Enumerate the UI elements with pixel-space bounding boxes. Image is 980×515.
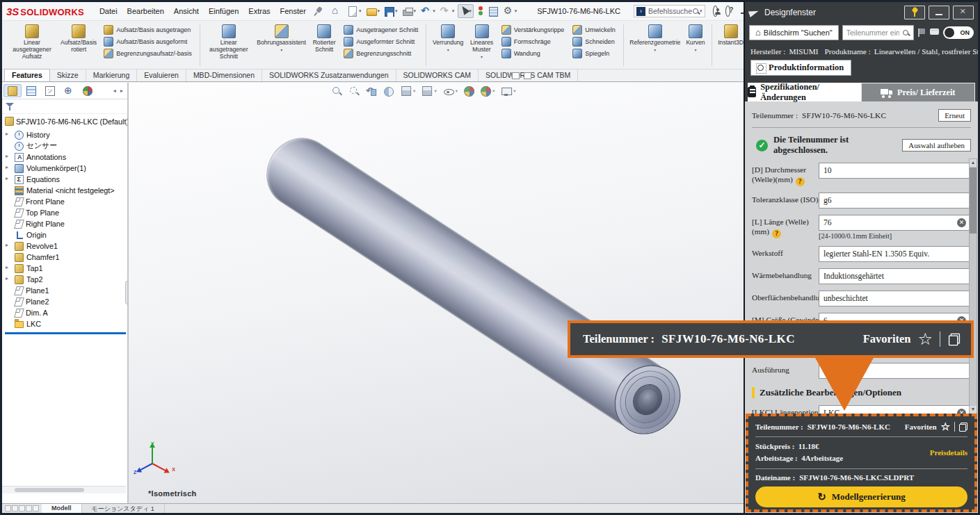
pin-menu-icon[interactable] [313,6,316,16]
menu-bearbeiten[interactable]: Bearbeiten [122,6,169,17]
new-document-button[interactable]: ▾ [346,6,363,17]
print-icon-caret[interactable]: ▾ [414,8,417,14]
ribbon-button-swept-cut[interactable]: Ausgetragener Schnitt [342,25,419,35]
help-icon[interactable]: ? [796,177,805,186]
menu-datei[interactable]: Datei [95,6,122,17]
input-w-rmebehandlung[interactable]: Induktionsgehärtet [819,268,971,284]
tree-root-item[interactable]: SFJW10-76-M6-N6-LKC (Default) <<Defa [5,117,127,126]
menu-extras[interactable]: Extras [243,6,275,17]
hud-zoom-fit[interactable] [331,85,342,97]
ribbon-button-intersect[interactable]: Schneiden [571,37,617,47]
input-oberfl-chenbehandlung[interactable]: unbeschichtet [819,291,971,306]
clear-input-icon[interactable]: ✕ [957,218,966,227]
ribbon-button-boundary-boss[interactable]: Begrenzungsaufsatz/-basis [102,49,193,58]
tree-item-revolve1[interactable]: ▸Revolve1 [5,240,127,252]
menu-ansicht[interactable]: Ansicht [169,6,204,17]
ribbon-button-revolved-cut[interactable]: Rotierter Schnitt [309,23,339,67]
tree-item-tap1[interactable]: ▸Tap1 [5,263,127,274]
save-button[interactable]: ▾ [383,6,399,17]
hud-apply-scene[interactable]: ▾ [481,86,495,97]
tree-item-lkc[interactable]: LKC [5,318,127,329]
curves-icon-caret[interactable]: ▾ [695,47,697,52]
price-details-link[interactable]: Preisdetails [930,448,967,457]
new-document-icon-caret[interactable]: ▾ [359,8,362,14]
performance-button[interactable] [476,5,485,17]
hide-show-icon-caret[interactable]: ▾ [456,88,458,94]
home-button[interactable] [330,5,344,17]
filter-funnel-icon[interactable] [5,101,15,111]
bookmark-flag-icon[interactable] [917,28,926,38]
clear-selection-button[interactable]: Auswahl aufheben [902,139,971,152]
panel-on-toggle[interactable]: ON [943,26,974,39]
hud-previous-view[interactable] [366,85,377,97]
ribbon-pin-icon[interactable] [524,72,531,79]
ribbon-button-hole-wizard[interactable]: Bohrungsassistent▾ [254,23,309,67]
pin-panel-button[interactable] [904,6,925,19]
input-toleranzklasse-iso-[interactable]: g6 [819,193,971,209]
scroll-down-icon[interactable]: ▼ [970,406,977,414]
tab-solidworks-zusatzanwendungen[interactable]: SOLIDWORKS Zusatzanwendungen [262,70,396,81]
tab-mbd-dimensionen[interactable]: MBD-Dimensionen [186,70,262,81]
tree-horizontal-scrollbar[interactable] [2,486,126,493]
minimize-panel-button[interactable] [929,6,949,19]
save-icon-caret[interactable]: ▾ [395,8,398,14]
Revolve1-expand-icon[interactable]: ▸ [6,242,8,248]
tab-features[interactable]: Features [4,69,50,81]
tree-item-front-plane[interactable]: Front Plane [5,196,127,207]
select-cursor-button[interactable]: ▾ [458,4,474,18]
options-gear-icon-caret[interactable]: ▾ [515,8,517,14]
reenter-button[interactable]: Erneut [938,109,971,122]
hud-edit-appearance[interactable] [464,86,474,97]
hud-view-settings[interactable]: ▾ [501,85,515,97]
ribbon-button-fillet[interactable]: Verrundung▾ [430,23,466,67]
ribbon-button-wrap[interactable]: Umwickeln [571,25,617,35]
tab-evaluieren[interactable]: Evaluieren [137,70,186,81]
close-panel-button[interactable] [953,6,974,19]
graphics-viewport[interactable]: ▾▾▾▾▾ [129,83,748,503]
tree-item-annotations[interactable]: ▸Annotations [5,152,127,163]
tab-solidworks-cam[interactable]: SOLIDWORKS CAM [396,70,479,81]
menu-fenster[interactable]: Fenster [275,6,311,17]
favorite-star-icon[interactable]: ☆ [917,332,933,346]
Annotations-expand-icon[interactable]: ▸ [6,153,8,159]
hud-view-orientation[interactable]: ▾ [401,85,415,97]
linear-pattern-icon-caret[interactable]: ▾ [481,54,483,59]
open-button[interactable]: ▾ [365,6,382,17]
apply-scene-icon-caret[interactable]: ▾ [492,88,495,94]
ribbon-button-extruded-cut[interactable]: Linear ausgetragener Schnitt [203,23,254,67]
ribbon-button-swept-boss[interactable]: Aufsatz/Basis ausgetragen [102,25,193,35]
tree-item-history[interactable]: ▸History [5,129,127,140]
screen-search-button[interactable]: ⌂ Bildschirm "Suchen" [749,25,839,40]
tree-item-origin[interactable]: Origin [5,229,127,240]
command-search-input[interactable]: › Befehlssuche ▾ [634,5,705,17]
hole-wizard-icon-caret[interactable]: ▾ [280,47,282,52]
tree-item-material-nicht-festgelegt-[interactable]: Material <nicht festgelegt> [5,185,127,196]
tree-item-right-plane[interactable]: Right Plane [5,218,127,229]
hud-display-style[interactable]: ▾ [421,85,436,97]
tab-markierung[interactable]: Markierung [86,70,138,81]
panel-tab-configuration[interactable] [41,84,59,97]
panel-tab-property-manager[interactable] [22,84,40,97]
ribbon-button-revolved-boss[interactable]: Aufsatz/Basis rotiert [58,23,99,67]
tree-item-dim-a[interactable]: Dim. A [5,307,127,318]
Volumenkörper(1)-expand-icon[interactable]: ▸ [6,164,8,170]
menu-einfügen[interactable]: Einfügen [204,6,243,17]
panel-tab-dimxpert[interactable] [60,84,78,97]
ribbon-button-reference-geometry[interactable]: Referenzgeometrie▾ [627,23,683,67]
hud-section-view[interactable] [383,85,394,97]
help-icon[interactable]: ? [772,229,781,238]
tree-item-tap2[interactable]: ▸Tap2 [5,274,127,285]
status-tab-motion-study[interactable]: モーションスタディ 1 [82,504,165,513]
favorite-star-icon[interactable]: ☆ [941,422,950,432]
model-generation-button[interactable]: ↻ Modellgenerierung [755,487,967,507]
panel-tab-feature-tree[interactable] [3,84,22,97]
options-gear-button[interactable]: ▾ [501,5,519,17]
ribbon-button-lofted-boss[interactable]: Aufsatz/Basis ausgeformt [102,37,193,47]
copy-icon[interactable] [949,333,960,345]
feedback-comment-icon[interactable] [930,28,940,37]
help-icon[interactable] [725,6,730,17]
display-style-icon-caret[interactable]: ▾ [434,88,436,94]
ribbon-button-shell[interactable]: Wandung [500,49,566,58]
rollback-bar[interactable] [5,332,126,334]
scroll-up-icon[interactable]: ▲ [970,159,977,167]
